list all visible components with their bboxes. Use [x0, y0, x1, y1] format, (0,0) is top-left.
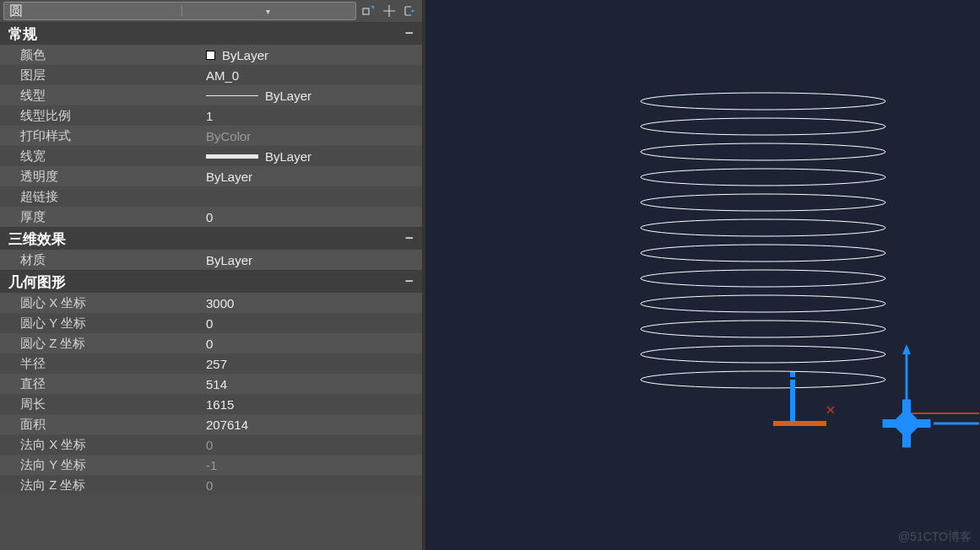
prop-label: 法向 X 坐标 — [0, 437, 206, 453]
prop-label: 颜色 — [0, 47, 206, 63]
prop-label: 线型 — [0, 88, 206, 104]
linetype-preview-icon — [206, 95, 258, 96]
prop-value: ByLayer — [206, 48, 422, 62]
prop-row-ltscale[interactable]: 线型比例 1 — [0, 105, 422, 126]
section-title: 常规 — [8, 24, 37, 44]
prop-row-thickness[interactable]: 厚度 0 — [0, 207, 422, 227]
prop-value: AM_0 — [206, 68, 422, 83]
prop-row-circumference[interactable]: 周长 1615 — [0, 394, 422, 414]
prop-value: ByColor — [206, 129, 422, 143]
section-general: 常规 − 颜色 ByLayer 图层 AM_0 线型 ByLayer — [0, 22, 422, 227]
chevron-down-icon: ▾ — [181, 5, 355, 17]
prop-label: 图层 — [0, 67, 206, 84]
prop-value-text: ByLayer — [222, 48, 268, 62]
prop-value: 257 — [206, 357, 422, 371]
prop-value-text: ByLayer — [265, 149, 311, 164]
lineweight-preview-icon — [206, 154, 258, 159]
prop-label: 法向 Z 坐标 — [0, 477, 206, 493]
collapse-icon[interactable]: − — [402, 230, 417, 247]
prop-row-radius[interactable]: 半径 257 — [0, 353, 422, 374]
prop-value-text: ByLayer — [265, 89, 311, 103]
view-gizmo-arm — [917, 419, 931, 428]
origin-x-mark-icon — [827, 407, 834, 413]
prop-label: 厚度 — [0, 209, 206, 225]
prop-value: -1 — [206, 458, 422, 472]
header-toolbar — [356, 3, 422, 19]
section-title: 几何图形 — [8, 272, 66, 292]
prop-value: ByLayer — [206, 253, 422, 267]
prop-label: 线宽 — [0, 148, 206, 164]
prop-row-normal-z[interactable]: 法向 Z 坐标 0 — [0, 475, 422, 495]
prop-value: 0 — [206, 337, 422, 351]
object-type-value: 圆 — [9, 3, 181, 20]
prop-label: 打印样式 — [0, 128, 206, 144]
prop-label: 材质 — [0, 252, 206, 268]
collapse-icon[interactable]: − — [402, 25, 417, 42]
prop-label: 半径 — [0, 356, 206, 372]
prop-label: 透明度 — [0, 169, 206, 185]
prop-row-lineweight[interactable]: 线宽 ByLayer — [0, 146, 422, 166]
prop-value: 0 — [206, 316, 422, 331]
prop-row-normal-y[interactable]: 法向 Y 坐标 -1 — [0, 455, 422, 475]
prop-value: 3000 — [206, 296, 422, 310]
svg-rect-0 — [363, 8, 369, 14]
properties-panel: 圆 ▾ 常规 − 颜色 ByLayer — [0, 0, 422, 550]
prop-row-area[interactable]: 面积 207614 — [0, 414, 422, 434]
view-gizmo-arm — [883, 419, 897, 428]
prop-label: 面积 — [0, 417, 206, 433]
prop-label: 线型比例 — [0, 108, 206, 124]
prop-row-material[interactable]: 材质 ByLayer — [0, 250, 422, 270]
prop-value: 0 — [206, 210, 422, 224]
watermark-text: @51CTO博客 — [898, 530, 972, 545]
prop-row-diameter[interactable]: 直径 514 — [0, 374, 422, 394]
prop-label: 圆心 Z 坐标 — [0, 336, 206, 352]
svg-point-1 — [412, 10, 414, 13]
prop-label: 直径 — [0, 376, 206, 392]
viewport-canvas — [425, 0, 980, 550]
prop-value: 514 — [206, 377, 422, 391]
prop-label: 超链接 — [0, 189, 206, 205]
prop-row-normal-x[interactable]: 法向 X 坐标 0 — [0, 434, 422, 455]
prop-value: 1 — [206, 109, 422, 123]
view-gizmo-arm — [902, 400, 911, 414]
prop-value: ByLayer — [206, 170, 422, 184]
prop-row-center-y[interactable]: 圆心 Y 坐标 0 — [0, 313, 422, 333]
prop-label: 法向 Y 坐标 — [0, 457, 206, 473]
prop-label: 圆心 Y 坐标 — [0, 315, 206, 332]
prop-row-layer[interactable]: 图层 AM_0 — [0, 65, 422, 85]
prop-value: 1615 — [206, 397, 422, 412]
section-title: 三维效果 — [8, 229, 66, 249]
prop-row-linetype[interactable]: 线型 ByLayer — [0, 85, 422, 105]
prop-row-transparency[interactable]: 透明度 ByLayer — [0, 166, 422, 186]
select-objects-icon[interactable] — [402, 3, 417, 19]
pickset-icon[interactable] — [361, 3, 376, 19]
prop-label: 周长 — [0, 396, 206, 412]
object-type-dropdown[interactable]: 圆 ▾ — [3, 2, 356, 20]
axis-z-arrow-icon — [902, 344, 911, 354]
properties-header: 圆 ▾ — [0, 0, 422, 22]
prop-value: 207614 — [206, 418, 422, 432]
section-3d: 三维效果 − 材质 ByLayer — [0, 227, 422, 270]
prop-row-hyperlink[interactable]: 超链接 — [0, 186, 422, 207]
prop-value: ByLayer — [206, 89, 422, 103]
drawing-viewport[interactable]: @51CTO博客 — [425, 0, 980, 550]
section-general-header[interactable]: 常规 − — [0, 23, 422, 45]
prop-row-plotstyle[interactable]: 打印样式 ByColor — [0, 126, 422, 146]
prop-row-center-x[interactable]: 圆心 X 坐标 3000 — [0, 293, 422, 313]
prop-label: 圆心 X 坐标 — [0, 295, 206, 311]
section-geometry-header[interactable]: 几何图形 − — [0, 271, 422, 293]
prop-value: 0 — [206, 478, 422, 493]
helix-geometry — [641, 93, 885, 388]
section-geometry: 几何图形 − 圆心 X 坐标 3000 圆心 Y 坐标 0 圆心 Z 坐标 0 … — [0, 270, 422, 495]
view-gizmo-arm — [902, 434, 911, 448]
collapse-icon[interactable]: − — [402, 273, 417, 290]
prop-row-color[interactable]: 颜色 ByLayer — [0, 45, 422, 65]
prop-row-center-z[interactable]: 圆心 Z 坐标 0 — [0, 333, 422, 353]
prop-value: ByLayer — [206, 149, 422, 164]
section-3d-header[interactable]: 三维效果 − — [0, 228, 422, 250]
quickselect-icon[interactable] — [382, 3, 397, 19]
color-swatch-icon — [206, 51, 215, 60]
prop-value: 0 — [206, 438, 422, 452]
